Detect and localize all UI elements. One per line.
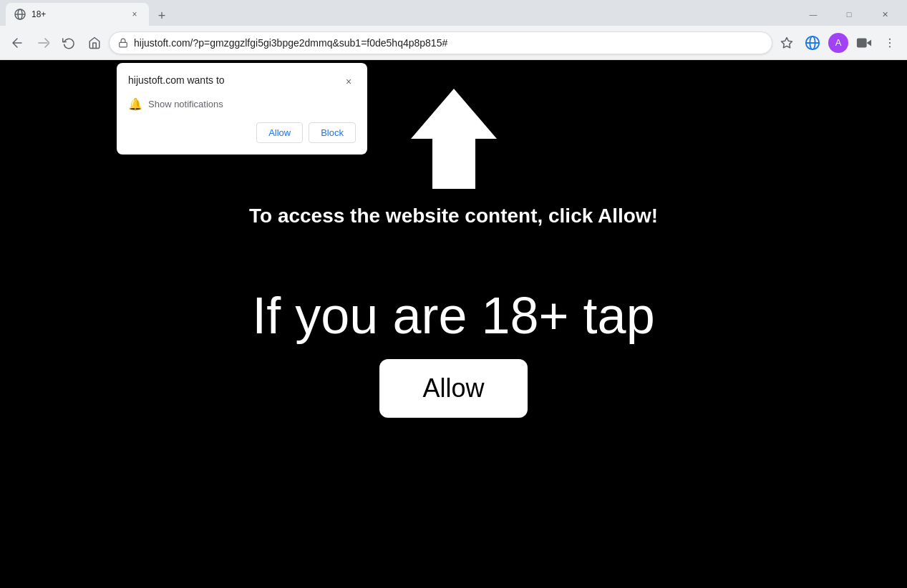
home-button[interactable] bbox=[83, 31, 106, 54]
bell-icon: 🔔 bbox=[128, 97, 142, 111]
forward-button[interactable] bbox=[31, 31, 54, 54]
popup-permission-row: 🔔 Show notifications bbox=[128, 97, 356, 111]
up-arrow-icon bbox=[411, 89, 497, 189]
bookmark-button[interactable] bbox=[775, 31, 798, 54]
popup-title: hijustoft.com wants to bbox=[128, 74, 225, 86]
svg-rect-8 bbox=[857, 38, 867, 47]
avatar: A bbox=[828, 33, 848, 53]
address-bar[interactable]: hijustoft.com/?p=gmzggzlfgi5gi3bpge2dmmq… bbox=[109, 31, 772, 54]
profile-button[interactable]: A bbox=[827, 31, 850, 54]
title-bar: 18+ × + — □ ✕ bbox=[0, 0, 907, 26]
popup-permission-text: Show notifications bbox=[148, 99, 223, 109]
back-button[interactable] bbox=[6, 31, 29, 54]
content-area: hijustoft.com wants to × 🔔 Show notifica… bbox=[0, 60, 907, 588]
window-controls: — □ ✕ bbox=[797, 1, 901, 27]
browser-icon-button[interactable] bbox=[801, 31, 824, 54]
notification-popup: hijustoft.com wants to × 🔔 Show notifica… bbox=[117, 63, 367, 155]
svg-rect-3 bbox=[120, 42, 127, 46]
page-allow-button[interactable]: Allow bbox=[379, 359, 527, 418]
popup-header: hijustoft.com wants to × bbox=[128, 74, 356, 89]
close-button[interactable]: ✕ bbox=[868, 1, 901, 27]
svg-point-11 bbox=[889, 46, 891, 47]
popup-close-button[interactable]: × bbox=[341, 74, 356, 89]
lock-icon bbox=[118, 38, 128, 48]
tab-title: 18+ bbox=[31, 9, 123, 19]
reload-button[interactable] bbox=[57, 31, 80, 54]
nav-bar: hijustoft.com/?p=gmzggzlfgi5gi3bpge2dmmq… bbox=[0, 26, 907, 60]
active-tab[interactable]: 18+ × bbox=[6, 3, 149, 26]
page-instruction-text: To access the website content, click All… bbox=[249, 203, 658, 229]
menu-button[interactable] bbox=[878, 31, 901, 54]
tab-close-button[interactable]: × bbox=[129, 9, 140, 20]
popup-buttons: Allow Block bbox=[128, 122, 356, 143]
age-gate-text: If you are 18+ tap bbox=[252, 286, 654, 345]
maximize-button[interactable]: □ bbox=[833, 1, 865, 27]
block-button[interactable]: Block bbox=[309, 122, 356, 143]
svg-point-10 bbox=[889, 41, 891, 43]
browser-frame: 18+ × + — □ ✕ bbox=[0, 0, 907, 588]
extension-button[interactable] bbox=[853, 31, 876, 54]
tab-favicon bbox=[14, 9, 26, 20]
minimize-button[interactable]: — bbox=[797, 1, 830, 27]
svg-marker-4 bbox=[782, 37, 792, 47]
url-display[interactable]: hijustoft.com/?p=gmzggzlfgi5gi3bpge2dmmq… bbox=[134, 37, 763, 49]
tabs-area: 18+ × + bbox=[6, 3, 797, 26]
browser-nav-icons: A bbox=[801, 31, 901, 54]
allow-button[interactable]: Allow bbox=[256, 122, 303, 143]
svg-marker-12 bbox=[411, 89, 497, 189]
svg-point-9 bbox=[889, 38, 891, 39]
new-tab-button[interactable]: + bbox=[152, 6, 172, 26]
